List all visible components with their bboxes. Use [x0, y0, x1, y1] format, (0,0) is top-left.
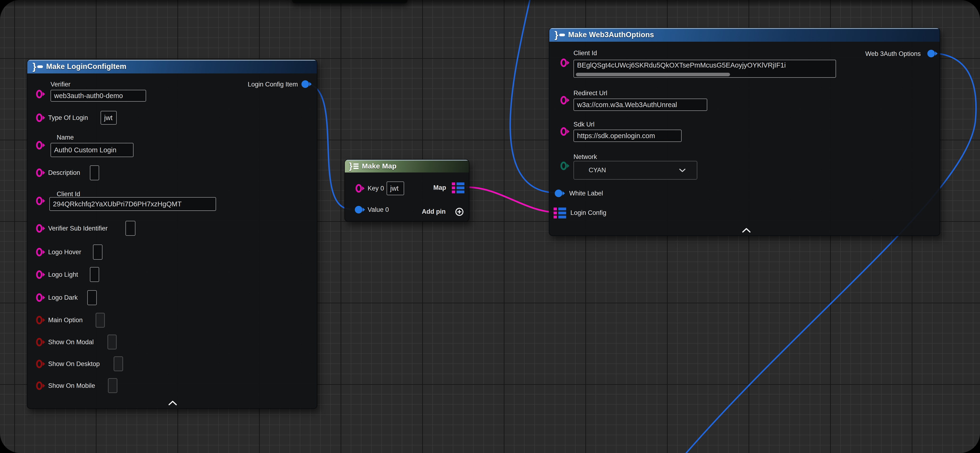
logo-light-field[interactable]	[90, 267, 99, 282]
input-pin-verifier-sub-identifier[interactable]	[36, 224, 43, 233]
node-title: Make Map	[362, 162, 396, 170]
show-on-desktop-checkbox[interactable]	[114, 356, 123, 371]
input-pin-show-on-desktop[interactable]	[36, 360, 43, 368]
input-pin-sdk-url[interactable]	[560, 127, 567, 136]
pin-label-verifier-sub-identifier: Verifier Sub Identifier	[48, 225, 108, 232]
type-of-login-field[interactable]: jwt	[100, 111, 117, 125]
add-pin-label[interactable]: Add pin	[422, 208, 445, 215]
input-pin-show-on-mobile[interactable]	[36, 382, 43, 390]
node-title: Make LoginConfigItem	[46, 62, 126, 71]
pin-label-client-id: Client Id	[57, 190, 80, 198]
input-pin-key0[interactable]	[356, 184, 362, 193]
input-pin-type-of-login[interactable]	[36, 114, 43, 122]
collapse-chevron-icon[interactable]	[742, 228, 751, 233]
name-field[interactable]: Auth0 Custom Login	[51, 143, 134, 157]
redirect-url-field[interactable]: w3a://com.w3a.Web3AuthUnreal	[573, 98, 707, 111]
pin-label-network: Network	[573, 153, 597, 161]
input-pin-main-option[interactable]	[36, 316, 43, 324]
pin-label-type-of-login: Type Of Login	[48, 114, 88, 122]
pin-label-value0: Value 0	[368, 206, 389, 214]
output-pin-web3auth-options[interactable]	[928, 50, 935, 57]
verifier-field[interactable]: web3auth-auth0-demo	[51, 90, 146, 101]
pin-label-main-option: Main Option	[48, 316, 83, 324]
pin-label-redirect-url: Redirect Url	[573, 89, 608, 97]
make-map-icon: }	[349, 162, 359, 171]
client-id-scrollbar[interactable]	[576, 73, 730, 76]
node-title: Make Web3AuthOptions	[568, 30, 654, 39]
logo-dark-field[interactable]	[87, 290, 97, 305]
node-header-make-map[interactable]: } Make Map	[345, 160, 469, 173]
output-pin-login-config-item[interactable]	[301, 80, 309, 88]
logo-hover-field[interactable]	[93, 244, 102, 260]
input-pin-value0[interactable]	[355, 206, 363, 214]
show-on-mobile-checkbox[interactable]	[108, 378, 118, 393]
node-make-loginconfigitem[interactable]: } Make LoginConfigItem Login Config Item…	[27, 59, 317, 409]
input-pin-logo-light[interactable]	[36, 270, 43, 279]
output-pin-label: Login Config Item	[248, 81, 298, 88]
main-option-checkbox[interactable]	[95, 313, 105, 328]
node-header-make-web3authoptions[interactable]: } Make Web3AuthOptions	[549, 28, 940, 42]
input-pin-logo-dark[interactable]	[36, 293, 43, 302]
output-pin-label: Web 3Auth Options	[865, 50, 921, 57]
pin-label-show-on-modal: Show On Modal	[48, 338, 94, 346]
input-pin-logo-hover[interactable]	[36, 248, 43, 257]
pin-label-verifier: Verifier	[51, 81, 70, 88]
key0-field[interactable]: jwt	[387, 182, 404, 195]
make-struct-icon: }	[555, 30, 565, 40]
pin-label-key0: Key 0	[368, 185, 384, 192]
make-struct-icon: }	[32, 62, 43, 71]
network-dropdown[interactable]: CYAN	[573, 161, 697, 180]
pin-label-client-id: Client Id	[573, 49, 597, 57]
input-pin-redirect-url[interactable]	[560, 96, 567, 105]
description-field[interactable]	[90, 165, 99, 180]
network-selected-value: CYAN	[589, 166, 606, 174]
add-pin-icon[interactable]	[455, 207, 464, 216]
client-id-field[interactable]: 294QRkchfq2YaXUbPri7D6PH7xzHgQMT	[49, 197, 216, 211]
chevron-down-icon	[679, 168, 686, 173]
pin-label-sdk-url: Sdk Url	[573, 120, 595, 128]
input-pin-login-config[interactable]	[554, 207, 566, 219]
input-pin-description[interactable]	[36, 168, 43, 177]
pin-label-show-on-desktop: Show On Desktop	[48, 360, 100, 368]
node-make-map[interactable]: } Make Map Key 0 jwt Map Value 0 Add pin	[344, 159, 469, 222]
input-pin-name[interactable]	[36, 141, 43, 149]
pin-label-login-config: Login Config	[570, 209, 606, 217]
input-pin-verifier[interactable]	[36, 90, 43, 98]
pin-label-name: Name	[57, 134, 74, 141]
pin-label-logo-hover: Logo Hover	[48, 248, 81, 256]
pin-label-white-label: White Label	[569, 190, 603, 197]
pin-label-logo-dark: Logo Dark	[48, 294, 78, 301]
output-pin-map[interactable]	[452, 182, 465, 193]
pin-label-logo-light: Logo Light	[48, 271, 78, 279]
pin-label-show-on-mobile: Show On Mobile	[48, 382, 95, 390]
show-on-modal-checkbox[interactable]	[107, 334, 117, 350]
collapse-chevron-icon[interactable]	[168, 401, 177, 405]
blueprint-graph-canvas[interactable]: } Make LoginConfigItem Login Config Item…	[0, 0, 980, 453]
offscreen-node-stub	[292, 0, 407, 3]
output-pin-label-map: Map	[433, 184, 446, 192]
node-header-make-loginconfigitem[interactable]: } Make LoginConfigItem	[27, 60, 317, 73]
node-make-web3authoptions[interactable]: } Make Web3AuthOptions Web 3Auth Options…	[549, 27, 940, 236]
input-pin-white-label[interactable]	[555, 190, 562, 197]
input-pin-show-on-modal[interactable]	[36, 338, 43, 346]
input-pin-client-id[interactable]	[560, 59, 567, 67]
pin-label-description: Description	[48, 169, 80, 176]
input-pin-client-id[interactable]	[36, 196, 43, 205]
verifier-sub-identifier-field[interactable]	[126, 221, 135, 236]
sdk-url-field[interactable]: https://sdk.openlogin.com	[573, 130, 682, 142]
input-pin-network[interactable]	[560, 162, 567, 170]
